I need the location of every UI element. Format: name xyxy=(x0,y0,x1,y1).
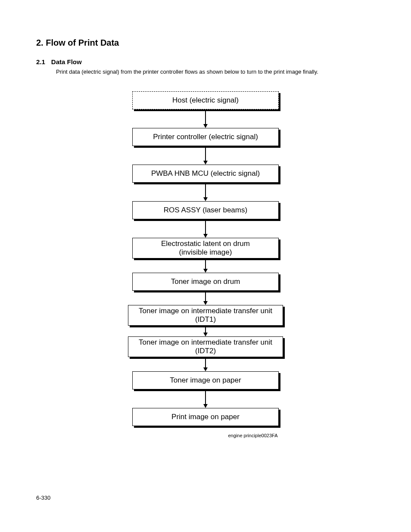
flow-node-label: Print image on paper xyxy=(171,413,240,421)
flow-node-box: Host (electric signal) xyxy=(132,91,279,109)
arrow-down-icon xyxy=(203,184,208,201)
subsection-heading-row: 2.1 Data Flow xyxy=(36,58,375,65)
flow-node-box: Toner image on drum xyxy=(132,273,279,291)
arrow-shaft xyxy=(205,327,206,333)
flow-node-label: ROS ASSY (laser beams) xyxy=(164,206,247,215)
arrow-down-icon xyxy=(203,260,208,273)
figure-label: engine principle0023FA xyxy=(228,433,278,438)
arrow-down-icon xyxy=(203,221,208,238)
arrow-head xyxy=(203,161,208,165)
flow-node: Electrostatic latent on drum(invisible i… xyxy=(132,238,279,258)
flow-node-box: ROS ASSY (laser beams) xyxy=(132,201,279,219)
arrow-head xyxy=(203,333,208,336)
flow-node-label: Toner image on paper xyxy=(170,376,241,385)
flow-node: Toner image on drum xyxy=(132,273,279,291)
flow-node-box: Toner image on intermediate transfer uni… xyxy=(128,305,283,326)
flow-node-label: PWBA HNB MCU (electric signal) xyxy=(151,169,260,178)
arrow-down-icon xyxy=(203,148,208,165)
arrow-down-icon xyxy=(203,359,208,371)
flow-node-box: Toner image on paper xyxy=(132,371,279,389)
page: 2. Flow of Print Data 2.1 Data Flow Prin… xyxy=(0,0,411,532)
flow-node-label: Printer controller (electric signal) xyxy=(153,133,258,141)
flow-node: Print image on paper xyxy=(132,408,279,426)
flow-node: Toner image on paper xyxy=(132,371,279,389)
arrow-head xyxy=(203,124,208,128)
arrow-head xyxy=(203,404,208,408)
flow-node: PWBA HNB MCU (electric signal) xyxy=(132,165,279,183)
arrow-shaft xyxy=(205,184,206,197)
flow-node-box: Toner image on intermediate transfer uni… xyxy=(128,336,283,357)
arrow-head xyxy=(203,197,208,201)
arrow-head xyxy=(203,301,208,305)
flow-node: Printer controller (electric signal) xyxy=(132,128,279,146)
arrow-down-icon xyxy=(203,391,208,408)
flow-node: Host (electric signal) xyxy=(132,91,279,109)
subsection-title: Data Flow xyxy=(51,58,82,65)
flowchart: Host (electric signal)Printer controller… xyxy=(36,91,375,438)
flow-node-box: Electrostatic latent on drum(invisible i… xyxy=(132,238,279,258)
subsection-number: 2.1 xyxy=(36,58,45,65)
arrow-head xyxy=(203,367,208,371)
arrow-down-icon xyxy=(203,327,208,336)
flow-node-label: Toner image on intermediate transfer uni… xyxy=(139,307,272,324)
flow-node: Toner image on intermediate transfer uni… xyxy=(128,336,283,357)
arrow-shaft xyxy=(205,148,206,161)
arrow-shaft xyxy=(205,221,206,234)
flow-node-label: Host (electric signal) xyxy=(172,96,239,105)
arrow-head xyxy=(203,269,208,273)
arrow-shaft xyxy=(205,391,206,404)
flow-node-label: Electrostatic latent on drum(invisible i… xyxy=(161,240,250,257)
flow-node-label: Toner image on intermediate transfer uni… xyxy=(139,338,272,355)
arrow-down-icon xyxy=(203,292,208,305)
flow-node-label: Toner image on drum xyxy=(171,277,240,286)
flow-node-box: Printer controller (electric signal) xyxy=(132,128,279,146)
arrow-shaft xyxy=(205,260,206,269)
arrow-down-icon xyxy=(203,111,208,128)
flow-node: Toner image on intermediate transfer uni… xyxy=(128,305,283,326)
flow-node: ROS ASSY (laser beams) xyxy=(132,201,279,219)
page-number: 6-330 xyxy=(36,495,50,501)
flow-node-box: Print image on paper xyxy=(132,408,279,426)
arrow-shaft xyxy=(205,111,206,124)
flow-node-box: PWBA HNB MCU (electric signal) xyxy=(132,165,279,183)
arrow-shaft xyxy=(205,292,206,301)
body-paragraph: Print data (electric signal) from the pr… xyxy=(56,68,375,76)
arrow-head xyxy=(203,234,208,238)
arrow-shaft xyxy=(205,359,206,367)
section-heading: 2. Flow of Print Data xyxy=(36,38,375,48)
